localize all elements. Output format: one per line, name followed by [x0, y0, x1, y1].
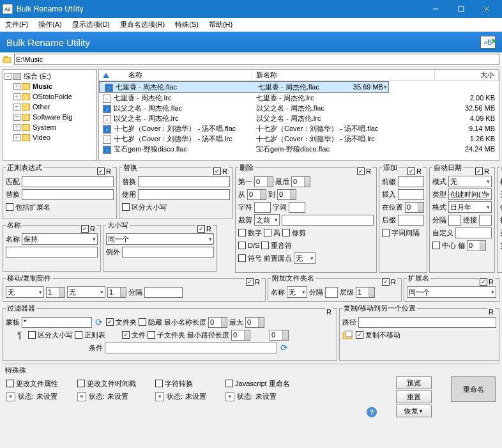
status-icon[interactable]: ≡ — [77, 392, 86, 401]
filter-case-check[interactable] — [28, 331, 36, 339]
name-mode-select[interactable]: 保持 — [22, 233, 98, 245]
mc-from-select[interactable]: 无 — [6, 286, 44, 298]
autodate-sep-input[interactable] — [448, 215, 461, 226]
status-icon[interactable]: ≡ — [155, 392, 164, 401]
tree-collapse-icon[interactable]: − — [4, 73, 11, 80]
case-mode-select[interactable]: 同一个 — [106, 233, 214, 245]
close-button[interactable] — [474, 0, 499, 18]
tree-item[interactable]: Software Big — [31, 113, 73, 121]
remove-crop-select[interactable]: 之前 — [254, 214, 280, 226]
help-icon[interactable]: ? — [367, 407, 377, 417]
mc-count1-spin[interactable]: 1 — [46, 287, 65, 298]
menu-action[interactable]: 操作(A) — [36, 19, 65, 31]
remove-enable-check[interactable] — [357, 167, 365, 175]
file-name-cell[interactable]: ♪以父之名 - 周杰伦.flac — [99, 104, 252, 113]
name-fixed-input[interactable] — [6, 247, 98, 258]
remove-ds-check[interactable] — [238, 242, 246, 249]
menu-display[interactable]: 显示选项(D) — [70, 19, 112, 31]
mc-sep-input[interactable] — [144, 287, 183, 298]
remove-first-spin[interactable]: 0 — [254, 176, 273, 187]
append-levels-spin[interactable]: 1 — [356, 287, 375, 298]
replace-case-check[interactable] — [122, 203, 130, 211]
remove-high-check[interactable] — [264, 229, 271, 236]
file-list[interactable]: 名称 新名称 大小 ♪七里香 - 周杰伦.flac七里香 - 周杰伦.flac3… — [98, 69, 499, 161]
autodate-seg-input[interactable] — [479, 215, 492, 226]
filter-hidden-check[interactable] — [139, 318, 146, 326]
tree-expand-icon[interactable]: + — [13, 93, 20, 100]
tree-expand-icon[interactable]: + — [13, 83, 20, 90]
menu-help[interactable]: 帮助(H) — [206, 19, 235, 31]
file-name-cell[interactable]: ♪十七岁（Cover：刘德华） - 汤不唱.flac — [99, 124, 252, 134]
remove-sym-check[interactable] — [238, 254, 246, 262]
tree-item[interactable]: OStotoFolde — [31, 93, 73, 100]
regex-inclext-check[interactable] — [6, 203, 13, 211]
filter-files-check[interactable] — [122, 331, 130, 339]
status-icon[interactable]: ≡ — [6, 392, 15, 401]
menu-file[interactable]: 文件(F) — [3, 19, 31, 31]
file-name-cell[interactable]: ♪以父之名 - 周杰伦.lrc — [99, 114, 252, 123]
add-suffix-input[interactable] — [398, 215, 424, 226]
name-enable-check[interactable] — [81, 225, 89, 233]
tree-item[interactable]: Other — [31, 103, 52, 111]
sp-times-check[interactable] — [77, 380, 85, 387]
tree-item[interactable]: System — [31, 123, 57, 131]
maximize-button[interactable] — [448, 0, 474, 18]
ext-enable-check[interactable] — [480, 278, 487, 286]
tree-expand-icon[interactable]: + — [13, 114, 20, 121]
folder-up-icon[interactable] — [3, 55, 11, 64]
movecopy-enable-check[interactable] — [246, 278, 254, 286]
tree-expand-icon[interactable]: + — [13, 134, 20, 141]
file-name-cell[interactable]: ♪七里香 - 周杰伦.flac — [101, 82, 254, 92]
filter-folders-check[interactable] — [106, 318, 114, 326]
remove-lead-select[interactable]: 无 — [294, 252, 316, 264]
filter-maxname-spin[interactable]: 0 — [245, 317, 264, 328]
tree-expand-icon[interactable]: + — [13, 124, 20, 131]
replace-find-input[interactable] — [138, 176, 230, 187]
filter-subfolders-check[interactable] — [148, 331, 155, 339]
add-prefix-input[interactable] — [398, 176, 424, 187]
restore-button[interactable]: 恢复 ▼ — [396, 405, 432, 417]
remove-from-spin[interactable]: 0 — [247, 189, 266, 200]
add-atpos-spin[interactable]: 0 — [405, 202, 424, 213]
sp-js-check[interactable] — [225, 380, 233, 387]
preview-button[interactable]: 预览 — [396, 376, 432, 389]
tree-expand-icon[interactable]: + — [13, 104, 20, 111]
remove-to-spin[interactable]: 0 — [277, 189, 296, 200]
refresh-icon[interactable]: ⟳ — [94, 317, 104, 327]
remove-trim-check[interactable] — [282, 229, 290, 236]
filter-minpath-spin[interactable]: 0 — [231, 330, 250, 341]
copyto-path-input[interactable] — [358, 317, 496, 328]
col-name[interactable]: 名称 — [99, 70, 252, 81]
add-wordspace-check[interactable] — [382, 229, 390, 236]
remove-accent-check[interactable] — [261, 242, 269, 249]
remove-crop-input[interactable] — [282, 215, 374, 226]
file-name-cell[interactable]: ♪十七岁（Cover：刘德华） - 汤不唱.lrc — [99, 134, 252, 144]
filter-mask-input[interactable] — [22, 317, 92, 328]
status-icon[interactable]: ≡ — [225, 392, 234, 401]
col-size[interactable]: 大小 — [435, 70, 499, 81]
tree-item[interactable]: Music — [31, 82, 54, 90]
tree-item[interactable]: Video — [31, 134, 52, 141]
replace-enable-check[interactable] — [213, 167, 221, 175]
sp-attrs-check[interactable] — [6, 380, 14, 387]
regex-match-input[interactable] — [22, 176, 114, 187]
autodate-fmt-select[interactable]: 日月年 — [448, 201, 492, 213]
filter-minname-spin[interactable]: 0 — [208, 317, 227, 328]
sp-charrepl-check[interactable] — [155, 380, 163, 387]
refresh-cond-icon[interactable]: ⟳ — [279, 343, 289, 353]
col-newname[interactable]: 新名称 — [252, 70, 435, 81]
menu-rename[interactable]: 重命名选项(R) — [118, 19, 167, 31]
file-name-cell[interactable]: ♪宝石gem-野狼disco.flac — [99, 144, 252, 154]
autodate-enable-check[interactable] — [475, 167, 483, 175]
mc-to-select[interactable]: 无 — [67, 286, 105, 298]
ext-mode-select[interactable]: 同一个 — [407, 286, 496, 298]
file-name-cell[interactable]: ♪七里香 - 周杰伦.lrc — [99, 93, 252, 103]
case-except-input[interactable] — [122, 247, 214, 258]
reset-button[interactable]: 重置 — [396, 390, 432, 403]
regex-enable-check[interactable] — [97, 167, 105, 175]
autodate-cent-spin[interactable]: 0 — [467, 240, 486, 251]
copyto-copynotmove-check[interactable] — [356, 331, 363, 339]
filter-toggle-icon[interactable]: ¶ — [17, 330, 26, 340]
rename-button[interactable]: 重命名 — [451, 376, 496, 402]
filter-cond-input[interactable] — [105, 343, 277, 353]
